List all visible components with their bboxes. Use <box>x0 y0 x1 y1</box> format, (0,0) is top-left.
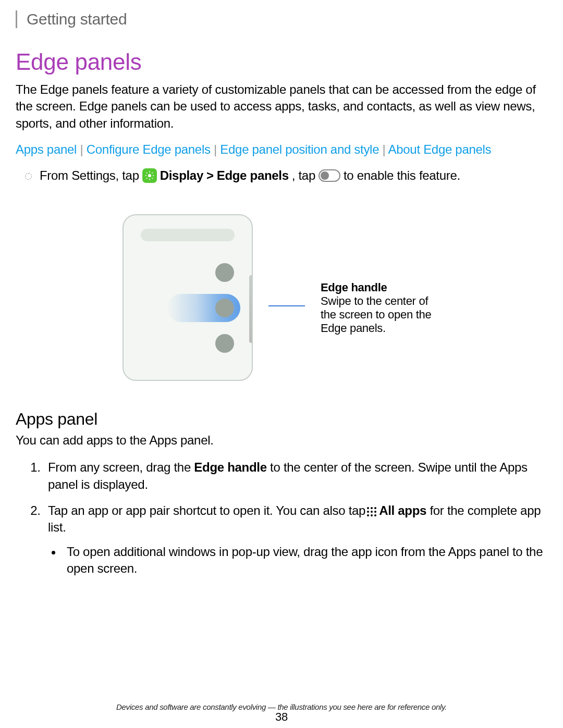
svg-line-7 <box>146 178 148 179</box>
page-number: 38 <box>0 710 563 724</box>
phone-illustration <box>123 214 253 381</box>
apps-panel-intro: You can add apps to the Apps panel. <box>16 433 547 448</box>
link-position[interactable]: Edge panel position and style <box>220 142 379 156</box>
separator: | <box>77 142 87 156</box>
step-2: Tap an app or app pair shortcut to open … <box>44 502 547 577</box>
intro-paragraph: The Edge panels feature a variety of cus… <box>16 81 547 132</box>
app-dot-illustration <box>215 299 234 317</box>
display-icon <box>142 168 157 183</box>
steps-list: From any screen, drag the Edge handle to… <box>16 459 547 577</box>
step2-pre: Tap an app or app pair shortcut to open … <box>48 503 365 517</box>
sub-item: To open additional windows in pop-up vie… <box>63 544 547 577</box>
instruction-row: From Settings, tap Display > Edge panels… <box>16 168 547 183</box>
app-dot-illustration <box>215 263 234 282</box>
links-row: Apps panel | Configure Edge panels | Edg… <box>16 142 547 157</box>
search-pill-illustration <box>141 229 235 241</box>
apps-panel-title: Apps panel <box>16 410 547 429</box>
all-apps-icon <box>367 507 376 516</box>
toggle-icon <box>319 169 340 182</box>
link-configure[interactable]: Configure Edge panels <box>87 142 211 156</box>
instruction-post: to enable this feature. <box>344 168 460 183</box>
sub-list: To open additional windows in pop-up vie… <box>48 544 547 577</box>
header-text: Getting started <box>27 10 127 28</box>
callout-title: Edge handle <box>321 281 440 294</box>
callout-body: Swipe to the center of the screen to ope… <box>321 294 431 335</box>
step2-bold: All apps <box>379 503 426 517</box>
edge-label: Edge panels <box>217 168 289 183</box>
callout-text: Edge handle Swipe to the center of the s… <box>321 281 440 335</box>
bullet-icon <box>25 173 32 180</box>
instruction-pre: From Settings, tap <box>40 168 139 183</box>
svg-point-0 <box>148 174 151 177</box>
callout-line <box>268 305 305 306</box>
svg-line-8 <box>152 172 153 174</box>
step1-pre: From any screen, drag the <box>48 460 194 474</box>
separator: | <box>379 142 388 156</box>
svg-line-6 <box>152 178 153 179</box>
step-1: From any screen, drag the Edge handle to… <box>44 459 547 493</box>
app-dot-illustration <box>215 334 234 353</box>
instruction-mid: , tap <box>292 168 315 183</box>
arrow-label: > <box>206 168 214 183</box>
link-about[interactable]: About Edge panels <box>388 142 492 156</box>
separator: | <box>211 142 221 156</box>
link-apps-panel[interactable]: Apps panel <box>16 142 77 156</box>
diagram: Edge handle Swipe to the center of the s… <box>16 214 547 381</box>
page-title: Edge panels <box>16 49 547 75</box>
edge-handle-illustration <box>249 275 252 343</box>
step1-bold: Edge handle <box>194 460 266 474</box>
svg-line-5 <box>146 172 148 174</box>
display-label: Display <box>160 168 203 183</box>
section-header: Getting started <box>16 10 547 28</box>
